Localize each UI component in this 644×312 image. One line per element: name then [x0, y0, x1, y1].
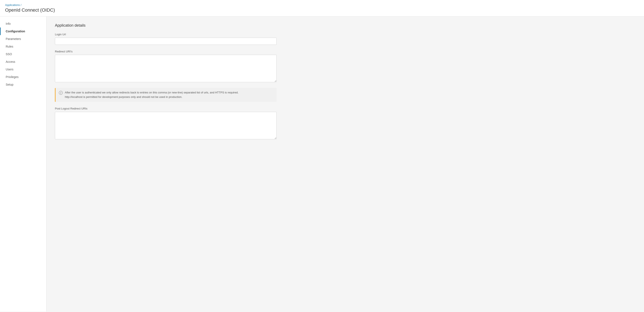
breadcrumb-separator: / — [21, 4, 22, 7]
sidebar-item-rules[interactable]: Rules — [0, 43, 46, 50]
sidebar-item-parameters[interactable]: Parameters — [0, 35, 46, 43]
sidebar-item-setup[interactable]: Setup — [0, 81, 46, 88]
breadcrumb: Applications / — [5, 4, 639, 7]
sidebar-item-sso[interactable]: SSO — [0, 50, 46, 58]
page-title: OpenId Connect (OIDC) — [5, 8, 639, 13]
info-box: i After the user is authenticated we onl… — [55, 88, 276, 102]
login-url-group: Login Url — [55, 33, 636, 45]
redirect-uris-label: Redirect URI's — [55, 50, 636, 53]
login-url-label: Login Url — [55, 33, 636, 36]
sidebar-item-access[interactable]: Access — [0, 58, 46, 66]
header: Applications / OpenId Connect (OIDC) — [0, 0, 644, 17]
sidebar-item-privileges[interactable]: Privileges — [0, 73, 46, 81]
main-content: Application details Login Url Redirect U… — [46, 17, 644, 311]
sidebar-item-info[interactable]: Info — [0, 20, 46, 28]
info-box-text: After the user is authenticated we only … — [65, 91, 238, 99]
redirect-uris-textarea[interactable] — [55, 55, 276, 82]
breadcrumb-applications-link[interactable]: Applications — [5, 4, 20, 7]
post-logout-label: Post Logout Redirect URIs — [55, 107, 636, 110]
section-title: Application details — [55, 23, 636, 28]
info-icon: i — [59, 91, 63, 95]
login-url-input[interactable] — [55, 38, 276, 45]
sidebar-item-users[interactable]: Users — [0, 66, 46, 73]
post-logout-textarea[interactable] — [55, 112, 276, 139]
redirect-uris-group: Redirect URI's — [55, 50, 636, 83]
sidebar-item-configuration[interactable]: Configuration — [0, 28, 46, 35]
content-wrapper: Info Configuration Parameters Rules SSO … — [0, 17, 644, 311]
post-logout-group: Post Logout Redirect URIs — [55, 107, 636, 140]
sidebar: Info Configuration Parameters Rules SSO … — [0, 17, 46, 311]
